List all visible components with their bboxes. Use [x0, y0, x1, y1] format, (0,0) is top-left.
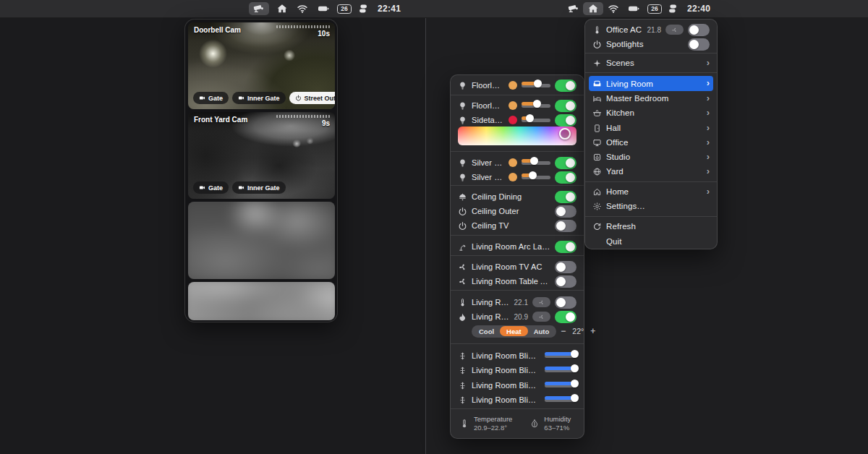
menu-item-yard[interactable]: Yard ›	[585, 164, 717, 179]
stack-menubar-icon[interactable]	[667, 3, 678, 14]
camera-tile-blurred-4[interactable]	[188, 282, 335, 320]
color-picker-gradient[interactable]	[458, 127, 576, 145]
current-temperature: 22.1	[514, 299, 528, 307]
street-outside-button[interactable]: Street Outside	[289, 92, 335, 104]
power-icon	[592, 40, 602, 49]
temperature-decrease-button[interactable]: −	[561, 326, 566, 336]
studio-icon	[592, 153, 602, 162]
security-camera-menubar-icon[interactable]	[253, 3, 265, 14]
brightness-slider[interactable]	[522, 159, 550, 167]
brightness-slider[interactable]	[522, 102, 550, 110]
color-swatch[interactable]	[509, 81, 517, 90]
menu-item-office[interactable]: Office ›	[585, 135, 717, 150]
power-toggle[interactable]	[555, 171, 576, 184]
camera-title: Doorbell Cam	[194, 26, 241, 34]
color-picker-selector[interactable]	[559, 128, 571, 140]
temperature-increase-button[interactable]: +	[590, 326, 595, 336]
camera-tile-front-yard[interactable]: Front Yard Cam 9s Gate Inner Gate	[188, 112, 335, 199]
fan-icon	[458, 277, 467, 286]
stream-delay-badge: 9s	[322, 119, 330, 127]
brightness-slider[interactable]	[522, 82, 550, 90]
blind-position-slider[interactable]	[545, 382, 576, 390]
refresh-icon	[592, 222, 602, 231]
power-toggle[interactable]	[688, 24, 710, 36]
camera-tile-blurred-3[interactable]	[188, 202, 335, 279]
gate-button[interactable]: Gate	[193, 181, 229, 194]
menu-item-home[interactable]: Home ›	[585, 184, 717, 199]
camera-tile-doorbell[interactable]: Doorbell Cam 10s Gate Inner Gate Street …	[188, 22, 335, 109]
menu-item-kitchen[interactable]: Kitchen ›	[585, 106, 717, 120]
device-label: Living Room Blind 3	[472, 381, 540, 390]
color-swatch[interactable]	[509, 158, 517, 167]
power-toggle[interactable]	[555, 275, 576, 288]
menu-item-settings[interactable]: Settings…	[585, 199, 717, 213]
power-toggle[interactable]	[555, 220, 576, 232]
fan-mode-button[interactable]	[665, 25, 684, 35]
mode-cool[interactable]: Cool	[473, 326, 500, 337]
menu-item-quit[interactable]: Quit	[585, 234, 717, 249]
blind-position-slider[interactable]	[545, 352, 576, 360]
chevron-right-icon: ›	[707, 108, 710, 117]
device-label: Living Room Ta…	[472, 312, 510, 321]
chevron-right-icon: ›	[707, 93, 710, 103]
home-menubar-icon[interactable]	[587, 3, 599, 14]
device-label: Spotlights	[606, 40, 684, 48]
blind-position-slider[interactable]	[545, 367, 576, 374]
power-toggle[interactable]	[555, 191, 576, 203]
power-toggle[interactable]	[555, 80, 576, 92]
temperature-label: Temperature	[474, 415, 512, 424]
power-toggle[interactable]	[555, 100, 576, 112]
brightness-slider[interactable]	[522, 174, 550, 181]
inner-gate-button[interactable]: Inner Gate	[232, 92, 286, 104]
desktop: 26 22:41 26 22:40 Doorbell Cam 10s Gate …	[0, 0, 868, 454]
power-toggle[interactable]	[555, 296, 576, 309]
blurred-cam-video	[188, 202, 335, 279]
battery-icon[interactable]	[626, 3, 641, 14]
wifi-icon[interactable]	[608, 3, 619, 14]
power-toggle[interactable]	[555, 157, 576, 169]
power-toggle[interactable]	[688, 38, 710, 51]
menu-item-label: Home	[606, 187, 702, 196]
power-toggle[interactable]	[555, 261, 576, 273]
chevron-right-icon: ›	[707, 78, 710, 87]
inner-gate-button[interactable]: Inner Gate	[232, 181, 286, 194]
home-menubar-icon[interactable]	[276, 3, 288, 14]
menu-item-master-bedroom[interactable]: Master Bedroom ›	[585, 91, 717, 106]
color-swatch[interactable]	[509, 101, 517, 110]
blind-position-slider[interactable]	[545, 396, 576, 404]
clock[interactable]: 22:40	[687, 3, 710, 14]
wifi-icon[interactable]	[297, 3, 308, 14]
mode-heat[interactable]: Heat	[500, 326, 528, 336]
power-toggle[interactable]	[555, 241, 576, 253]
device-row-spotlights: Spotlights	[585, 37, 717, 51]
sofa-icon	[592, 79, 602, 88]
menu-item-studio[interactable]: Studio ›	[585, 150, 717, 164]
gate-button[interactable]: Gate	[193, 92, 229, 104]
fan-mode-button[interactable]	[532, 297, 550, 307]
device-label: Living Room Blind 1	[472, 351, 540, 360]
color-swatch[interactable]	[509, 116, 517, 124]
mode-auto[interactable]: Auto	[528, 326, 556, 337]
menu-item-living-room[interactable]: Living Room ›	[589, 76, 713, 91]
fan-mode-button[interactable]	[532, 312, 550, 322]
camera-title: Front Yard Cam	[194, 116, 247, 124]
menu-item-refresh[interactable]: Refresh	[585, 219, 717, 234]
battery-icon[interactable]	[316, 3, 331, 14]
power-toggle[interactable]	[555, 311, 576, 323]
power-toggle[interactable]	[555, 205, 576, 218]
color-swatch[interactable]	[509, 173, 517, 181]
clock[interactable]: 22:41	[378, 3, 401, 14]
battery-percent-badge[interactable]: 26	[647, 3, 662, 14]
menu-item-hall[interactable]: Hall ›	[585, 121, 717, 135]
power-toggle[interactable]	[555, 114, 576, 127]
battery-percent-badge[interactable]: 26	[337, 3, 352, 14]
stack-menubar-icon[interactable]	[357, 3, 369, 14]
device-label: Living Room Arc Lamp	[472, 242, 550, 251]
globe-icon	[592, 167, 602, 176]
device-label: Living Room TV AC	[472, 262, 550, 271]
security-camera-menubar-icon[interactable]	[568, 3, 579, 14]
blind-row-2: Living Room Blind 2	[451, 363, 584, 377]
brightness-slider[interactable]	[522, 116, 550, 124]
menu-item-scenes[interactable]: Scenes ›	[585, 56, 717, 70]
chevron-right-icon: ›	[707, 166, 710, 176]
